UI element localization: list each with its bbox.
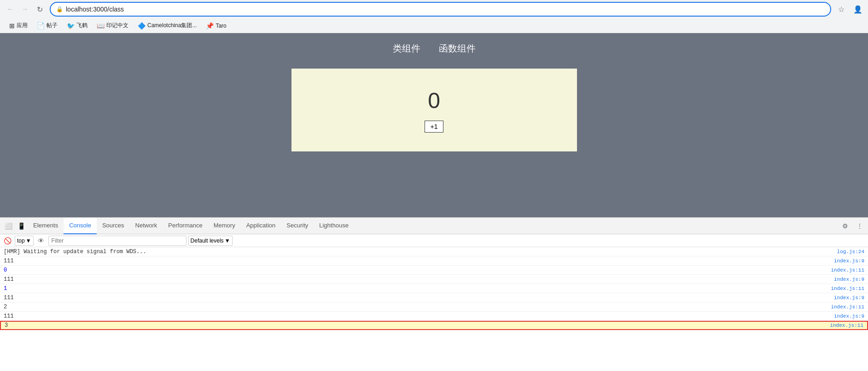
back-icon: ←	[6, 5, 14, 13]
console-line: 1index.js:11	[0, 284, 868, 293]
bookmark-yinji-label: 印记中文	[106, 22, 128, 29]
function-component-link[interactable]: 函数组件	[439, 42, 476, 55]
console-line: 111index.js:9	[0, 275, 868, 284]
bookmark-apps[interactable]: ⊞ 应用	[6, 21, 31, 30]
tab-security[interactable]: Security	[281, 218, 314, 234]
console-line-source[interactable]: index.js:11	[830, 323, 863, 328]
tab-sources-label: Sources	[102, 222, 124, 229]
log-levels-selector[interactable]: Default levels ▼	[188, 236, 233, 246]
taro-icon: 📌	[206, 22, 214, 29]
console-line-source[interactable]: index.js:11	[831, 304, 864, 310]
context-chevron-icon: ▼	[26, 238, 31, 244]
console-line: 111index.js:9	[0, 312, 868, 321]
bookmark-camelot[interactable]: 🔷 Camelotchina集团...	[134, 21, 200, 30]
levels-chevron-icon: ▼	[225, 238, 230, 244]
tab-network[interactable]: Network	[130, 218, 163, 234]
inspect-element-button[interactable]: ⬜	[2, 220, 15, 232]
eye-icon: 👁	[38, 237, 44, 244]
console-line-content: 1	[4, 285, 7, 292]
profile-button[interactable]: 👤	[851, 3, 864, 16]
tab-performance[interactable]: Performance	[163, 218, 208, 234]
tab-sources[interactable]: Sources	[97, 218, 130, 234]
bookmark-camelot-label: Camelotchina集团...	[147, 22, 197, 29]
counter-box: 0 +1	[291, 69, 577, 151]
console-line-content: 2	[4, 304, 7, 310]
profile-icon: 👤	[853, 5, 862, 14]
devtools-right-actions: ⚙ ⋮	[839, 220, 866, 232]
tab-lighthouse-label: Lighthouse	[319, 222, 349, 229]
devtools-settings-button[interactable]: ⚙	[839, 220, 851, 232]
bookmark-posts[interactable]: 📄 帖子	[33, 21, 61, 30]
console-line-source[interactable]: index.js:11	[831, 267, 864, 273]
camelot-icon: 🔷	[138, 22, 146, 29]
apps-icon: ⊞	[9, 22, 15, 29]
console-line-source[interactable]: log.js:24	[837, 249, 864, 255]
settings-icon: ⚙	[842, 222, 848, 230]
tab-memory-label: Memory	[214, 222, 235, 229]
address-bar-container: 🔒	[50, 2, 831, 17]
bookmark-posts-label: 帖子	[47, 22, 58, 29]
devtools-panel: ⬜ 📱 Elements Console Sources Network Per…	[0, 217, 868, 371]
clear-icon: 🚫	[4, 237, 12, 244]
console-filter-input[interactable]	[48, 236, 186, 246]
bookmarks-bar: ⊞ 应用 📄 帖子 🐦 飞鹤 📖 印记中文 🔷 Camelotchina集团..…	[0, 18, 868, 33]
tab-network-label: Network	[135, 222, 157, 229]
bookmark-star-button[interactable]: ☆	[835, 3, 848, 16]
console-line: 0index.js:11	[0, 266, 868, 275]
console-line-source[interactable]: index.js:9	[834, 295, 864, 301]
page-nav: 类组件 函数组件	[393, 33, 476, 64]
lock-icon: 🔒	[56, 6, 63, 12]
class-component-link[interactable]: 类组件	[393, 42, 420, 55]
console-line-content: 111	[4, 276, 14, 283]
console-line-content: 111	[4, 295, 14, 301]
console-line-content: 0	[4, 267, 7, 273]
reload-button[interactable]: ↻	[33, 3, 46, 16]
tab-console[interactable]: Console	[64, 218, 97, 234]
context-value: top	[17, 238, 25, 244]
eye-button[interactable]: 👁	[35, 235, 47, 246]
bookmark-taro[interactable]: 📌 Taro	[202, 21, 230, 30]
mobile-toggle-button[interactable]: 📱	[15, 220, 28, 232]
tab-application[interactable]: Application	[241, 218, 281, 234]
console-line-content: 111	[4, 258, 14, 264]
context-selector[interactable]: top ▼	[15, 236, 34, 246]
console-line-source[interactable]: index.js:9	[834, 277, 864, 282]
mobile-icon: 📱	[17, 222, 25, 230]
tab-performance-label: Performance	[168, 222, 202, 229]
console-line-content: 111	[4, 313, 14, 319]
increment-button[interactable]: +1	[425, 121, 444, 133]
feihe-icon: 🐦	[67, 22, 75, 29]
bookmark-yinji[interactable]: 📖 印记中文	[93, 21, 132, 30]
console-line: 111index.js:9	[0, 293, 868, 302]
inspect-icon: ⬜	[5, 222, 12, 230]
bookmark-feihe-label: 飞鹤	[76, 22, 87, 29]
more-icon: ⋮	[856, 222, 863, 230]
address-input[interactable]	[66, 6, 825, 13]
forward-button[interactable]: →	[18, 3, 31, 16]
tab-lighthouse[interactable]: Lighthouse	[314, 218, 354, 234]
tab-security-label: Security	[286, 222, 308, 229]
levels-value: Default levels	[191, 238, 224, 244]
console-line: 111index.js:9	[0, 256, 868, 266]
console-line-source[interactable]: index.js:9	[834, 258, 864, 264]
clear-console-button[interactable]: 🚫	[2, 235, 13, 246]
tab-elements-label: Elements	[33, 222, 58, 229]
tab-memory[interactable]: Memory	[208, 218, 241, 234]
tab-console-label: Console	[69, 222, 91, 229]
console-output: [HMR] Waiting for update signal from WDS…	[0, 247, 868, 371]
bookmark-feihe[interactable]: 🐦 飞鹤	[63, 21, 91, 30]
navigation-bar: ← → ↻ 🔒 ☆ 👤	[0, 0, 868, 18]
webpage-content: 类组件 函数组件 0 +1	[0, 33, 868, 217]
back-button[interactable]: ←	[4, 3, 17, 16]
console-line-source[interactable]: index.js:11	[831, 286, 864, 291]
devtools-more-button[interactable]: ⋮	[853, 220, 866, 232]
console-line-source[interactable]: index.js:9	[834, 313, 864, 319]
bookmark-apps-label: 应用	[17, 22, 28, 29]
yinji-icon: 📖	[97, 22, 105, 29]
forward-icon: →	[21, 5, 29, 13]
console-line: 3index.js:11	[0, 321, 868, 330]
console-line: [HMR] Waiting for update signal from WDS…	[0, 247, 868, 256]
tab-elements[interactable]: Elements	[28, 218, 64, 234]
star-icon: ☆	[838, 5, 845, 14]
devtools-tab-bar: ⬜ 📱 Elements Console Sources Network Per…	[0, 218, 868, 234]
